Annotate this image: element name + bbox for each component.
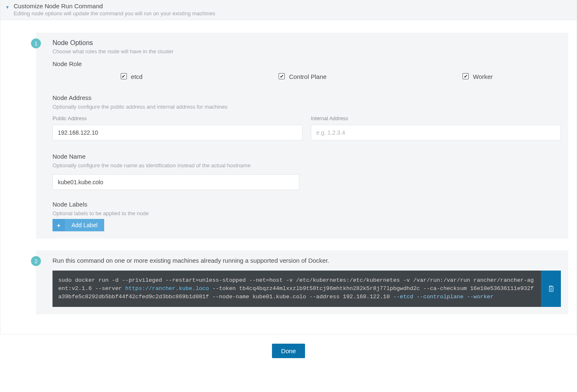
clipboard-icon (547, 285, 555, 293)
command-flags: --etcd --controlplane --worker (393, 294, 494, 300)
plus-icon: + (52, 219, 65, 231)
add-label-button[interactable]: + Add Label (52, 219, 104, 231)
internal-address-label: Internal Address (311, 116, 561, 121)
step-2-badge: 2 (31, 256, 41, 266)
copy-button[interactable] (541, 271, 561, 307)
checkbox-icon[interactable]: ✔ (279, 73, 285, 79)
disclosure-icon[interactable]: ▼ (5, 5, 10, 10)
customize-panel: ▼ Customize Node Run Command Editing nod… (0, 0, 577, 335)
footer-row: Done (0, 335, 577, 368)
step-2-box: 2 Run this command on one or more existi… (36, 250, 568, 314)
node-address-title: Node Address (52, 94, 561, 101)
command-row: sudo docker run -d --privileged --restar… (52, 271, 561, 307)
checkbox-icon[interactable]: ✔ (463, 73, 469, 79)
role-control-plane-label: Control Plane (289, 73, 327, 80)
node-role-title: Node Role (52, 60, 561, 67)
step-1-badge: 1 (31, 38, 41, 48)
step-2-instruction: Run this command on one or more existing… (52, 257, 561, 264)
role-etcd-label: etcd (131, 73, 143, 80)
checkbox-icon[interactable]: ✔ (121, 73, 127, 79)
node-address-help: Optionally configure the public address … (52, 104, 561, 110)
panel-body: 1 Node Options Choose what roles the nod… (0, 20, 577, 334)
command-block[interactable]: sudo docker run -d --privileged --restar… (52, 271, 541, 307)
done-button[interactable]: Done (272, 344, 305, 358)
node-name-input[interactable] (52, 174, 299, 190)
node-name-title: Node Name (52, 153, 561, 160)
node-labels-title: Node Labels (52, 201, 561, 208)
command-server: https://rancher.kube.loco (125, 285, 209, 292)
panel-subtitle: Editing node options will update the com… (14, 10, 215, 17)
node-options-title: Node Options (52, 39, 561, 47)
node-role-row: ✔ etcd ✔ Control Plane ✔ Worker (52, 73, 561, 80)
node-options-help: Choose what roles the node will have in … (52, 48, 561, 55)
public-address-input[interactable] (52, 125, 303, 140)
public-address-label: Public Address (52, 116, 303, 121)
node-name-help: Optionally configure the node name as id… (52, 162, 561, 169)
address-row: Public Address Internal Address (52, 116, 561, 140)
role-etcd[interactable]: ✔ etcd (121, 73, 143, 80)
role-control-plane[interactable]: ✔ Control Plane (279, 73, 327, 80)
internal-address-input[interactable] (311, 125, 561, 140)
role-worker-label: Worker (473, 73, 493, 80)
role-worker[interactable]: ✔ Worker (463, 73, 493, 80)
step-1-box: 1 Node Options Choose what roles the nod… (36, 33, 568, 239)
panel-header[interactable]: ▼ Customize Node Run Command Editing nod… (0, 0, 577, 20)
add-label-text: Add Label (65, 219, 104, 231)
node-labels-help: Optional labels to be applied to the nod… (52, 210, 561, 216)
panel-title: Customize Node Run Command (14, 2, 215, 10)
